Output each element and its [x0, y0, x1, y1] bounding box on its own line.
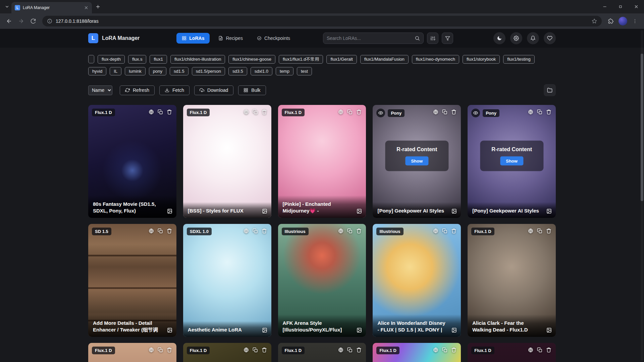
trash-icon[interactable] [546, 109, 551, 115]
globe-icon[interactable] [433, 228, 438, 234]
nsfw-show-button[interactable]: Show [500, 156, 523, 165]
tag-chip[interactable]: test [297, 67, 312, 76]
trash-icon[interactable] [546, 228, 551, 234]
lora-card[interactable]: SDXL 1.0 Aesthetic Anime LoRA [183, 224, 271, 337]
profile-avatar[interactable] [619, 17, 627, 25]
sort-options-button[interactable] [427, 33, 438, 44]
tab-loras[interactable]: LoRAs [176, 33, 210, 44]
copy-icon[interactable] [253, 228, 258, 234]
lora-card[interactable]: Flux.1 D [183, 343, 271, 362]
trash-icon[interactable] [356, 228, 362, 234]
sort-select[interactable]: Name [88, 85, 112, 95]
globe-icon[interactable] [338, 109, 343, 115]
tag-chip[interactable]: flux1/children-illustration [170, 55, 225, 64]
scrollbar-thumb[interactable] [641, 54, 643, 201]
image-icon[interactable] [167, 208, 172, 214]
download-button[interactable]: Download [194, 85, 233, 95]
copy-icon[interactable] [537, 347, 542, 353]
browser-menu-icon[interactable] [629, 15, 641, 27]
tag-chip[interactable]: flux1/storybook [463, 55, 500, 64]
maximize-button[interactable] [612, 0, 628, 13]
copy-icon[interactable] [158, 228, 163, 234]
lora-card[interactable]: Flux.1 D [373, 343, 461, 362]
tab-close-icon[interactable] [84, 5, 89, 10]
copy-icon[interactable] [347, 228, 353, 234]
image-icon[interactable] [357, 208, 362, 214]
notifications-button[interactable] [527, 32, 539, 44]
forward-button[interactable] [15, 15, 27, 27]
lora-card[interactable]: Flux.1 D [BSS] - Styles for FLUX [183, 105, 271, 218]
lora-card[interactable]: Flux.1 D [Pinkie] - Enchanted Midjourney… [278, 105, 366, 218]
lora-card[interactable]: Pony R-rated Content Show [Pony] Geekpow… [373, 105, 461, 218]
lora-card[interactable]: Flux.1 D [468, 343, 556, 362]
globe-icon[interactable] [528, 228, 533, 234]
image-icon[interactable] [546, 208, 552, 214]
lora-card[interactable]: Illustrious AFK Arena Style [Illustrious… [278, 224, 366, 337]
theme-toggle-button[interactable] [493, 32, 505, 44]
globe-icon[interactable] [244, 109, 249, 115]
copy-icon[interactable] [442, 228, 447, 234]
copy-icon[interactable] [347, 109, 353, 115]
back-button[interactable] [3, 15, 15, 27]
globe-icon[interactable] [528, 347, 533, 353]
globe-icon[interactable] [433, 109, 438, 115]
copy-icon[interactable] [442, 109, 447, 115]
browser-tab[interactable]: L LoRA Manager [11, 2, 92, 13]
lora-card[interactable]: Flux.1 D Alicia Clark - Fear the Walking… [468, 224, 556, 337]
trash-icon[interactable] [451, 347, 457, 353]
copy-icon[interactable] [253, 109, 258, 115]
eye-button[interactable] [376, 109, 385, 117]
new-tab-button[interactable] [95, 4, 101, 9]
trash-icon[interactable] [451, 228, 457, 234]
filter-button[interactable] [442, 33, 453, 44]
close-button[interactable] [628, 0, 644, 13]
tag-chip[interactable]: temp [276, 67, 293, 76]
image-icon[interactable] [167, 327, 172, 333]
copy-icon[interactable] [253, 347, 258, 353]
lora-card[interactable]: Flux.1 D [88, 343, 176, 362]
globe-icon[interactable] [149, 228, 154, 234]
trash-icon[interactable] [167, 109, 172, 115]
nsfw-show-button[interactable]: Show [405, 156, 428, 165]
trash-icon[interactable] [167, 347, 172, 353]
tag-chip[interactable]: sd3.5 [228, 67, 247, 76]
bookmark-star-icon[interactable] [592, 18, 597, 24]
globe-icon[interactable] [244, 228, 249, 234]
globe-icon[interactable] [149, 109, 154, 115]
trash-icon[interactable] [356, 347, 362, 353]
search-input[interactable] [327, 36, 415, 41]
eye-button[interactable] [471, 109, 480, 117]
tag-chip[interactable]: flux.s [128, 55, 146, 64]
copy-icon[interactable] [158, 347, 163, 353]
refresh-button[interactable]: Refresh [120, 85, 155, 95]
trash-icon[interactable] [451, 109, 457, 115]
tag-chip[interactable]: flux1/chinese-goose [228, 55, 275, 64]
tag-chip[interactable]: IL [110, 67, 121, 76]
tag-chip[interactable]: flux1/MandalaFusion [360, 55, 409, 64]
image-icon[interactable] [262, 208, 267, 214]
copy-icon[interactable] [537, 109, 542, 115]
tag-chip[interactable]: lumink [125, 67, 146, 76]
globe-icon[interactable] [244, 347, 249, 353]
tag-chip[interactable]: flux1/flux1.d不常用 [279, 55, 323, 64]
lora-card[interactable]: Pony R-rated Content Show [Pony] Geekpow… [468, 105, 556, 218]
globe-icon[interactable] [338, 228, 343, 234]
tag-chip[interactable]: sd1.5/person [192, 67, 225, 76]
address-bar[interactable]: 127.0.0.1:8188/loras [42, 16, 602, 26]
site-info-icon[interactable] [47, 18, 52, 24]
bulk-button[interactable]: Bulk [238, 85, 266, 95]
fetch-button[interactable]: Fetch [159, 85, 190, 95]
copy-icon[interactable] [537, 228, 542, 234]
image-icon[interactable] [451, 208, 457, 214]
globe-icon[interactable] [338, 347, 343, 353]
tab-recipes[interactable]: Recipes [213, 33, 248, 44]
tag-chip[interactable]: flux1/testing [503, 55, 534, 64]
tab-checkpoints[interactable]: Checkpoints [252, 33, 296, 44]
extensions-icon[interactable] [605, 15, 616, 27]
lora-card[interactable]: SD 1.5 Add More Details - Detail Enhance… [88, 224, 176, 337]
image-icon[interactable] [357, 327, 362, 333]
globe-icon[interactable] [149, 347, 154, 353]
tag-chip[interactable]: sd1.5 [170, 67, 189, 76]
minimize-button[interactable] [597, 0, 612, 13]
tag-chip[interactable]: flux1/Geralt [326, 55, 357, 64]
